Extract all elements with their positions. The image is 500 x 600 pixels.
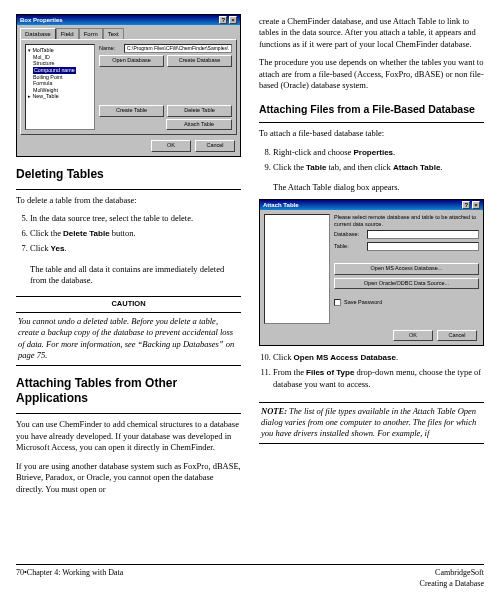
tab-database[interactable]: Database bbox=[20, 28, 56, 39]
tree-item[interactable]: Formula bbox=[28, 80, 92, 87]
footer-right: CambridgeSoft Creating a Database bbox=[420, 568, 484, 590]
cancel-button[interactable]: Cancel bbox=[437, 330, 477, 341]
close-icon[interactable]: × bbox=[472, 201, 480, 209]
dialog-titlebar: Box Properties ? × bbox=[17, 15, 240, 25]
tab-strip: Database Field Form Text bbox=[20, 28, 237, 39]
tree-item[interactable]: Structure bbox=[28, 60, 92, 67]
caution-box: CAUTION You cannot undo a deleted table.… bbox=[16, 296, 241, 366]
ok-button[interactable]: OK bbox=[151, 140, 191, 151]
tree-item[interactable]: Mol_ID bbox=[28, 54, 92, 61]
box-properties-dialog: Box Properties ? × Database Field Form T… bbox=[16, 14, 241, 157]
list-item: Right-click and choose Properties. bbox=[273, 147, 484, 159]
tab-form[interactable]: Form bbox=[79, 28, 103, 39]
window-buttons: ? × bbox=[219, 16, 237, 24]
attach-table-button[interactable]: Attach Table bbox=[166, 119, 232, 130]
tree-root[interactable]: MolTable bbox=[28, 47, 92, 54]
table-label: Table: bbox=[334, 243, 364, 250]
save-password-checkbox[interactable]: Save Password bbox=[334, 299, 479, 306]
list-item: From the Files of Type drop-down menu, c… bbox=[273, 367, 484, 390]
rule bbox=[16, 189, 241, 190]
open-oracle-button[interactable]: Open Oracle/ODBC Data Source... bbox=[334, 278, 479, 289]
left-column: Box Properties ? × Database Field Form T… bbox=[16, 14, 241, 558]
dialog-title: Attach Table bbox=[263, 201, 299, 209]
continuation-para: create a ChemFinder database, and use At… bbox=[259, 16, 484, 50]
open-database-button[interactable]: Open Database bbox=[99, 55, 164, 66]
heading-attaching-tables: Attaching Tables from Other Applications bbox=[16, 376, 241, 405]
rule bbox=[259, 122, 484, 123]
open-access-button[interactable]: Open MS Access Database... bbox=[334, 263, 479, 274]
window-buttons: ? × bbox=[462, 201, 480, 209]
create-database-button[interactable]: Create Database bbox=[167, 55, 232, 66]
name-input[interactable]: C:\Program Files\CFW\ChemFinder\Samples\ bbox=[124, 44, 232, 53]
checkbox-icon bbox=[334, 299, 341, 306]
dialog-message: Please select remote database and table … bbox=[334, 214, 479, 227]
note-label: NOTE: bbox=[261, 406, 287, 416]
caution-heading: CAUTION bbox=[16, 297, 241, 312]
database-label: Database: bbox=[334, 231, 364, 238]
checkbox-label: Save Password bbox=[344, 299, 382, 306]
file-steps: Right-click and choose Properties. Click… bbox=[273, 147, 484, 177]
attach-table-dialog: Attach Table ? × Please select remote da… bbox=[259, 199, 484, 347]
dialog-panel: MolTable Mol_ID Structure Compound name … bbox=[20, 39, 237, 135]
page-footer: 70•Chapter 4: Working with Data Cambridg… bbox=[16, 564, 484, 590]
table-list[interactable] bbox=[264, 214, 330, 324]
delete-result: The table and all data it contains are i… bbox=[30, 264, 241, 287]
caution-body: You cannot undo a deleted table. Before … bbox=[16, 313, 241, 366]
dialog-titlebar: Attach Table ? × bbox=[260, 200, 483, 210]
create-table-button[interactable]: Create Table bbox=[99, 105, 164, 116]
delete-steps: In the data source tree, select the tabl… bbox=[30, 213, 241, 257]
database-input[interactable] bbox=[367, 230, 479, 239]
cancel-button[interactable]: Cancel bbox=[195, 140, 235, 151]
data-source-tree[interactable]: MolTable Mol_ID Structure Compound name … bbox=[25, 44, 95, 130]
attach-para-1: You can use ChemFinder to add chemical s… bbox=[16, 419, 241, 453]
tree-item[interactable]: Compound name bbox=[28, 67, 92, 74]
list-item: In the data source tree, select the tabl… bbox=[30, 213, 241, 224]
list-item: Click the Delete Table button. bbox=[30, 228, 241, 240]
note-box: NOTE: The list of file types available i… bbox=[259, 402, 484, 444]
table-input[interactable] bbox=[367, 242, 479, 251]
rule bbox=[16, 413, 241, 414]
procedure-para: The procedure you use depends on whether… bbox=[259, 57, 484, 91]
footer-left: 70•Chapter 4: Working with Data bbox=[16, 568, 123, 590]
file-steps-cont: Click Open MS Access Database. From the … bbox=[273, 352, 484, 393]
tree-item[interactable]: New_Table bbox=[28, 93, 92, 100]
dialog-appears: The Attach Table dialog box appears. bbox=[273, 182, 484, 193]
tree-item[interactable]: MolWeight bbox=[28, 87, 92, 94]
delete-table-button[interactable]: Delete Table bbox=[167, 105, 232, 116]
tab-text[interactable]: Text bbox=[103, 28, 124, 39]
tree-item[interactable]: Boiling Point bbox=[28, 74, 92, 81]
file-intro: To attach a file-based database table: bbox=[259, 128, 484, 139]
heading-deleting-tables: Deleting Tables bbox=[16, 167, 241, 181]
delete-intro: To delete a table from the database: bbox=[16, 195, 241, 206]
dialog-title: Box Properties bbox=[20, 16, 63, 24]
ok-button[interactable]: OK bbox=[393, 330, 433, 341]
help-icon[interactable]: ? bbox=[462, 201, 470, 209]
name-label: Name: bbox=[99, 45, 121, 52]
list-item: Click Open MS Access Database. bbox=[273, 352, 484, 364]
list-item: Click the Table tab, and then click Atta… bbox=[273, 162, 484, 174]
tab-field[interactable]: Field bbox=[56, 28, 79, 39]
help-icon[interactable]: ? bbox=[219, 16, 227, 24]
attach-para-2: If you are using another database system… bbox=[16, 461, 241, 495]
note-body: The list of file types available in the … bbox=[261, 406, 476, 439]
heading-file-based: Attaching Files from a File-Based Databa… bbox=[259, 103, 484, 116]
right-column: create a ChemFinder database, and use At… bbox=[259, 14, 484, 558]
close-icon[interactable]: × bbox=[229, 16, 237, 24]
list-item: Click Yes. bbox=[30, 243, 241, 255]
dialog-right-side: Name: C:\Program Files\CFW\ChemFinder\Sa… bbox=[99, 44, 232, 130]
